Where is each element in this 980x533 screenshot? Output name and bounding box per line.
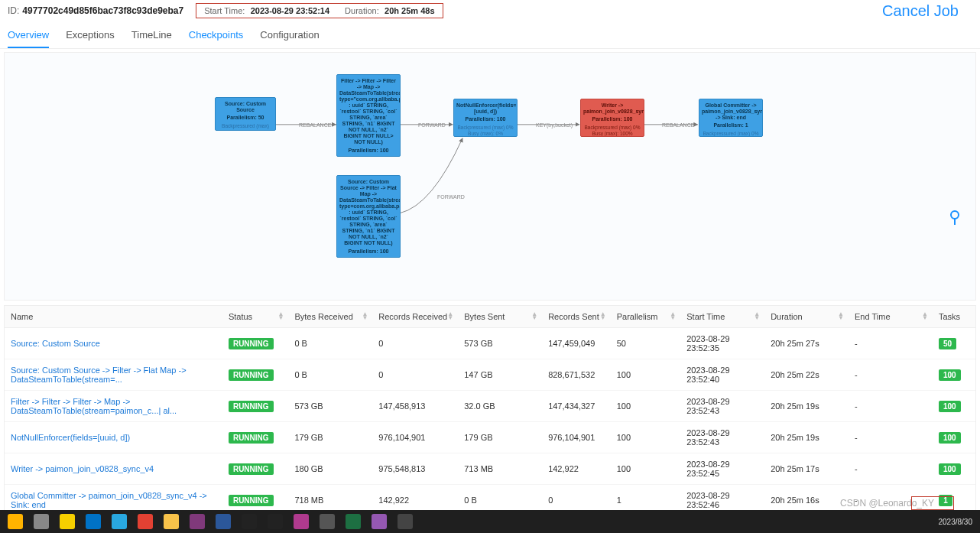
col-header-duration[interactable]: Duration▲▼ [764, 306, 849, 328]
job-graph[interactable]: Source: Custom SourceParallelism: 50Back… [4, 52, 976, 301]
taskbar-intellij-icon[interactable] [289, 512, 313, 531]
sort-caret-icon[interactable]: ▲▼ [670, 313, 676, 320]
tasks-badge[interactable]: 100 [939, 463, 961, 475]
sort-caret-icon[interactable]: ▲▼ [531, 313, 537, 320]
status-badge: RUNNING [229, 369, 274, 381]
operator-name-link[interactable]: Source: Custom Source -> Filter -> Flat … [11, 366, 187, 384]
taskbar-calculator-icon[interactable] [393, 512, 417, 531]
tab-checkpoints[interactable]: Checkpoints [189, 26, 244, 48]
col-header-bytes_recv[interactable]: Bytes Received▲▼ [288, 306, 372, 328]
cell-start: 2023-08-29 23:52:45 [680, 453, 764, 485]
sort-caret-icon[interactable]: ▲▼ [922, 313, 928, 320]
col-header-rec_recv[interactable]: Records Received▲▼ [372, 306, 458, 328]
col-header-start[interactable]: Start Time▲▼ [680, 306, 764, 328]
taskbar-terminal-1-icon[interactable] [237, 512, 261, 531]
status-badge: RUNNING [229, 401, 274, 412]
cell-start: 2023-08-29 23:52:35 [680, 328, 764, 359]
taskbar-onenote-icon[interactable] [185, 512, 209, 531]
taskbar-outlook-icon[interactable] [81, 512, 105, 531]
sort-caret-icon[interactable]: ▲▼ [838, 313, 844, 320]
node-title: Source: Custom Source [218, 101, 273, 113]
cell-duration: 20h 25m 22s [764, 359, 849, 391]
cell-bytes_recv: 0 B [288, 359, 372, 391]
table-row[interactable]: Source: Custom SourceRUNNING0 B0573 GB14… [5, 328, 975, 359]
cell-parallelism: 100 [611, 422, 681, 453]
node-parallelism: Parallelism: 100 [583, 116, 641, 122]
graph-node-n1[interactable]: Source: Custom SourceParallelism: 50Back… [215, 97, 276, 131]
tasks-badge[interactable]: 100 [939, 401, 961, 412]
start-time-label: Start Time: [204, 6, 245, 15]
cancel-job-button[interactable]: Cancel Job [882, 2, 972, 20]
col-header-bytes_sent[interactable]: Bytes Sent▲▼ [458, 306, 542, 328]
taskbar-text-icon[interactable] [315, 512, 339, 531]
taskbar-edge-icon[interactable] [107, 512, 131, 531]
tab-timeline[interactable]: TimeLine [131, 26, 172, 48]
taskbar-notepad-icon[interactable] [55, 512, 80, 531]
graph-node-n3[interactable]: NotNullEnforcer(fields=[uuid, d])Paralle… [453, 99, 518, 137]
node-meta: Backpressured (max) 0% Busy (max): 0% [339, 156, 398, 157]
edge-label: REBALANCE [299, 122, 331, 128]
node-title: Filter -> Filter -> Filter -> Map -> Dat… [339, 78, 398, 146]
tasks-badge[interactable]: 50 [939, 338, 956, 349]
col-header-status[interactable]: Status▲▼ [222, 306, 288, 328]
tasks-badge[interactable]: 100 [939, 369, 961, 381]
table-row[interactable]: Writer -> paimon_join_v0828_sync_v4RUNNI… [5, 453, 975, 485]
tab-configuration[interactable]: Configuration [260, 26, 319, 48]
taskbar-clock[interactable]: 2023/8/30 [939, 518, 978, 526]
cell-rec_sent: 142,922 [542, 453, 611, 485]
graph-node-n2[interactable]: Filter -> Filter -> Filter -> Map -> Dat… [336, 74, 401, 157]
node-title: Writer -> paimon_join_v0828_sync_v4 [583, 102, 641, 115]
node-parallelism: Parallelism: 50 [218, 115, 273, 121]
operator-name-link[interactable]: Writer -> paimon_join_v0828_sync_v4 [11, 464, 154, 473]
taskbar-terminal-2-icon[interactable] [263, 512, 287, 531]
job-id-label: ID: [8, 5, 19, 16]
tab-exceptions[interactable]: Exceptions [66, 26, 115, 48]
graph-node-n6[interactable]: Source: Custom Source -> Filter -> Flat … [336, 175, 401, 258]
taskbar-chrome-icon[interactable] [133, 512, 157, 531]
cell-start: 2023-08-29 23:52:43 [680, 391, 764, 422]
taskbar-app-1-icon[interactable] [367, 512, 391, 531]
operator-name-link[interactable]: Global Committer -> paimon_join_v0828_sy… [11, 491, 207, 509]
graph-node-n5[interactable]: Global Committer -> paimon_join_v0828_sy… [699, 99, 763, 137]
taskbar-file-explorer-icon[interactable] [159, 512, 183, 531]
cell-rec_recv: 147,458,913 [372, 391, 458, 422]
operators-table: NameStatus▲▼Bytes Received▲▼Records Rece… [4, 305, 976, 517]
col-header-tasks: Tasks [933, 306, 975, 328]
sort-caret-icon[interactable]: ▲▼ [362, 313, 368, 320]
cell-parallelism: 100 [611, 391, 681, 422]
col-header-parallelism[interactable]: Parallelism▲▼ [611, 306, 681, 328]
sort-caret-icon[interactable]: ▲▼ [447, 313, 453, 320]
tasks-badge[interactable]: 100 [939, 432, 961, 444]
graph-node-n4[interactable]: Writer -> paimon_join_v0828_sync_v4Paral… [580, 99, 644, 137]
col-header-end[interactable]: End Time▲▼ [849, 306, 933, 328]
operator-name-link[interactable]: Filter -> Filter -> Filter -> Map -> Dat… [11, 397, 177, 415]
map-pin-icon[interactable] [949, 210, 960, 225]
sort-caret-icon[interactable]: ▲▼ [600, 313, 606, 320]
table-row[interactable]: Filter -> Filter -> Filter -> Map -> Dat… [5, 391, 975, 422]
tab-overview[interactable]: Overview [8, 26, 49, 48]
table-row[interactable]: NotNullEnforcer(fields=[uuid, d])RUNNING… [5, 422, 975, 453]
sort-caret-icon[interactable]: ▲▼ [754, 313, 760, 320]
edge-label: FORWARD [437, 194, 465, 200]
cell-end: - [849, 328, 933, 359]
cell-rec_recv: 0 [372, 359, 458, 391]
cell-rec_recv: 975,548,813 [372, 453, 458, 485]
edge-label: REBALANCE [662, 122, 694, 128]
cell-start: 2023-08-29 23:52:40 [680, 359, 764, 391]
table-row[interactable]: Source: Custom Source -> Filter -> Flat … [5, 359, 975, 391]
cell-rec_recv: 0 [372, 328, 458, 359]
taskbar-excel-icon[interactable] [341, 512, 365, 531]
taskbar-word-icon[interactable] [211, 512, 235, 531]
col-header-rec_sent[interactable]: Records Sent▲▼ [542, 306, 611, 328]
operator-name-link[interactable]: NotNullEnforcer(fields=[uuid, d]) [11, 433, 130, 442]
cell-duration: 20h 25m 19s [764, 422, 849, 453]
job-id-value: 4977702c49d85f6bac73f8c93de9eba7 [22, 5, 183, 16]
node-meta: Backpressured (max) 0% Busy (max): 0% [456, 125, 514, 136]
cell-bytes_recv: 180 GB [288, 453, 372, 485]
taskbar-start-icon[interactable] [3, 512, 28, 531]
windows-taskbar[interactable]: 2023/8/30 [0, 510, 980, 533]
taskbar-task-view-icon[interactable] [29, 512, 54, 531]
cell-bytes_sent: 713 MB [458, 453, 542, 485]
operator-name-link[interactable]: Source: Custom Source [11, 339, 100, 348]
sort-caret-icon[interactable]: ▲▼ [277, 313, 284, 320]
